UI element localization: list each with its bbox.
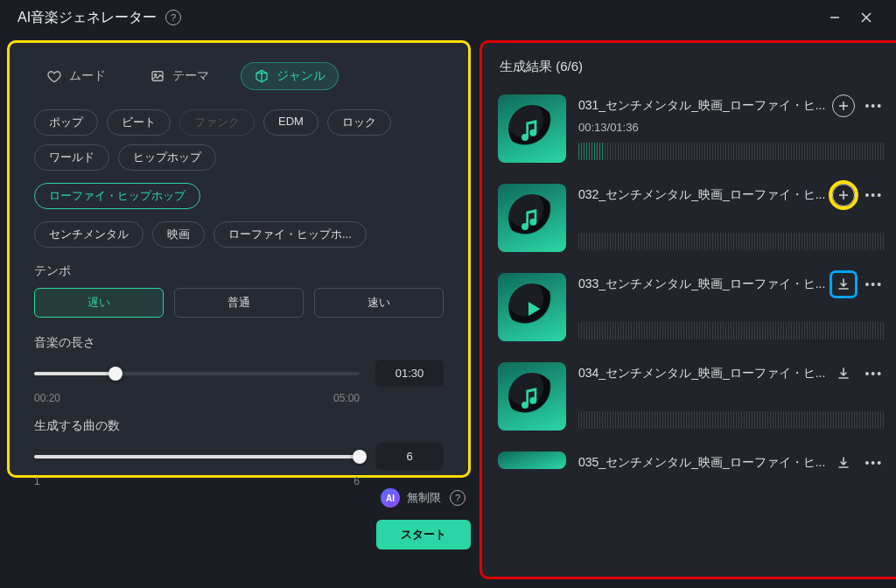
chip-beat[interactable]: ビート (107, 109, 171, 136)
count-value: 6 (375, 443, 444, 470)
track-thumbnail[interactable] (498, 273, 566, 341)
track-title: 034_センチメンタル_映画_ローファイ・ヒ... (578, 366, 825, 382)
music-note-icon (518, 206, 546, 234)
ai-badge-icon: AI (381, 488, 400, 508)
length-value: 01:30 (375, 360, 444, 387)
tempo-selector: 遅い 普通 速い (34, 288, 444, 318)
minimize-button[interactable] (819, 2, 850, 33)
download-button[interactable] (832, 273, 855, 296)
count-max: 6 (354, 475, 360, 487)
waveform[interactable] (578, 322, 886, 340)
tag-movie[interactable]: 映画 (152, 221, 205, 248)
results-list: 031_センチメンタル_映画_ローファイ・ヒ... ••• 00:13/01:3… (494, 88, 896, 570)
tempo-normal[interactable]: 普通 (174, 288, 304, 318)
more-menu-button[interactable]: ••• (862, 277, 886, 291)
music-note-icon (518, 384, 546, 412)
tab-genre[interactable]: ジャンル (241, 62, 339, 90)
track-row[interactable]: 034_センチメンタル_映画_ローファイ・ヒ... ••• (494, 355, 889, 444)
track-row[interactable]: 035_センチメンタル_映画_ローファイ・ヒ... ••• (494, 444, 889, 474)
genre-chip-row-2: ローファイ・ヒップホップ (34, 183, 444, 209)
unlimited-help-icon[interactable]: ? (450, 490, 466, 506)
unlimited-label: 無制限 (407, 490, 441, 506)
count-label: 生成する曲の数 (34, 418, 444, 434)
genre-chip-row: ポップ ビート ファンク EDM ロック ワールド ヒップホップ (34, 109, 444, 171)
track-title: 031_センチメンタル_映画_ローファイ・ヒ... (578, 98, 825, 114)
start-button[interactable]: スタート (376, 520, 471, 550)
chip-lofi[interactable]: ローファイ・ヒップホップ (34, 183, 200, 209)
more-menu-button[interactable]: ••• (862, 456, 886, 470)
track-row[interactable]: 033_センチメンタル_映画_ローファイ・ヒ... ••• (494, 266, 889, 355)
tempo-label: テンポ (34, 263, 444, 279)
help-icon[interactable]: ? (165, 10, 181, 25)
category-tabs: ムード テーマ ジャンル (34, 62, 444, 90)
download-button[interactable] (832, 362, 855, 385)
track-thumbnail[interactable] (498, 452, 566, 469)
download-button[interactable] (832, 452, 855, 474)
tempo-fast[interactable]: 速い (314, 288, 444, 318)
track-row[interactable]: 031_センチメンタル_映画_ローファイ・ヒ... ••• 00:13/01:3… (494, 88, 889, 177)
chip-funk[interactable]: ファンク (179, 109, 255, 136)
tab-theme[interactable]: テーマ (137, 62, 221, 90)
count-min: 1 (34, 475, 40, 487)
chip-edm[interactable]: EDM (263, 109, 318, 136)
waveform[interactable] (578, 233, 886, 250)
window-title: AI音楽ジェネレーター (18, 9, 157, 27)
track-thumbnail[interactable] (498, 184, 566, 252)
length-min: 00:20 (34, 392, 60, 404)
titlebar: AI音楽ジェネレーター ? (0, 0, 896, 35)
waveform[interactable] (578, 411, 886, 429)
tab-genre-label: ジャンル (276, 68, 326, 84)
chip-rock[interactable]: ロック (327, 109, 391, 136)
download-icon (836, 367, 850, 381)
download-icon (836, 277, 850, 291)
close-button[interactable] (850, 2, 882, 33)
download-icon (836, 456, 850, 470)
music-note-icon (518, 116, 546, 144)
tab-mood[interactable]: ムード (34, 62, 118, 90)
waveform[interactable] (578, 143, 886, 160)
track-time: 00:13/01:36 (578, 121, 886, 134)
length-max: 05:00 (333, 392, 360, 404)
track-thumbnail[interactable] (498, 362, 566, 430)
count-slider[interactable] (34, 455, 360, 458)
track-thumbnail[interactable] (498, 94, 566, 163)
unlimited-indicator: AI 無制限 ? (381, 488, 466, 508)
length-slider[interactable] (34, 372, 360, 375)
selected-tags: センチメンタル 映画 ローファイ・ヒップホ... (34, 221, 444, 248)
plus-icon (837, 189, 850, 201)
settings-card: ムード テーマ ジャンル ポップ ビート ファンク EDM ロック ワールド (7, 40, 471, 478)
more-menu-button[interactable]: ••• (862, 188, 886, 202)
results-header: 生成結果 (6/6) (494, 59, 896, 75)
tempo-slow[interactable]: 遅い (34, 288, 164, 318)
track-title: 035_センチメンタル_映画_ローファイ・ヒ... (578, 455, 825, 471)
more-menu-button[interactable]: ••• (862, 367, 886, 381)
track-title: 033_センチメンタル_映画_ローファイ・ヒ... (578, 276, 825, 292)
add-to-timeline-button[interactable] (832, 184, 855, 206)
chip-world[interactable]: ワールド (34, 144, 109, 171)
tag-sentimental[interactable]: センチメンタル (34, 221, 144, 248)
add-to-timeline-button[interactable] (832, 94, 855, 117)
more-menu-button[interactable]: ••• (862, 99, 886, 113)
chip-pop[interactable]: ポップ (34, 109, 98, 136)
length-label: 音楽の長さ (34, 335, 444, 351)
track-row[interactable]: 032_センチメンタル_映画_ローファイ・ヒ... ••• (494, 177, 889, 266)
tab-theme-label: テーマ (172, 68, 209, 84)
chip-hiphop[interactable]: ヒップホップ (118, 144, 216, 171)
tab-mood-label: ムード (69, 68, 106, 84)
track-title: 032_センチメンタル_映画_ローファイ・ヒ... (578, 187, 825, 203)
play-icon (518, 295, 546, 323)
svg-point-4 (155, 74, 157, 75)
results-panel: 生成結果 (6/6) 031_センチメンタル_映画_ローファイ・ヒ... •••… (480, 40, 896, 579)
tag-lofi[interactable]: ローファイ・ヒップホ... (214, 221, 367, 248)
plus-icon (837, 100, 850, 112)
svg-marker-9 (528, 302, 540, 316)
